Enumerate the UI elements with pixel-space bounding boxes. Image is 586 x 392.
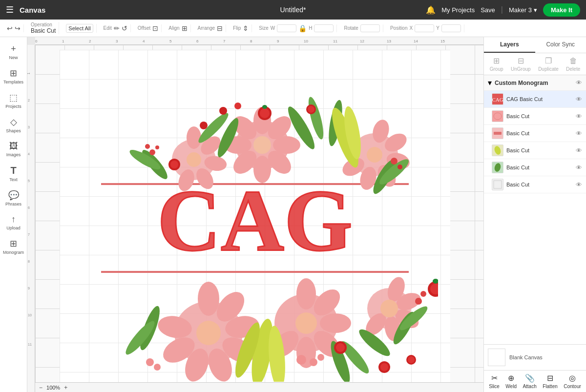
canvas-area[interactable]: 0 1 2 3 4 5 6 7 8 9 10 11 12 13 14 15 1 <box>27 37 483 392</box>
svg-point-52 <box>155 145 159 149</box>
svg-point-79 <box>380 300 398 317</box>
group-label: Group <box>490 66 503 72</box>
edit-icon[interactable]: ✏ <box>114 24 120 32</box>
arrange-label: Arrange <box>198 25 215 31</box>
select-all-button[interactable]: Select All <box>66 24 93 33</box>
layer-item-1[interactable]: CAG CAG Basic Cut 👁 <box>484 91 586 108</box>
divider: | <box>501 5 503 14</box>
undo-button[interactable]: ↩ <box>7 24 13 32</box>
svg-point-56 <box>198 282 219 316</box>
flatten-action[interactable]: ⊟ Flatten <box>543 373 558 389</box>
sidebar-new-label: New <box>9 55 18 60</box>
sidebar-item-monogram[interactable]: ⊞ Monogram <box>2 235 25 258</box>
layer-eye-5[interactable]: 👁 <box>576 164 582 171</box>
ungroup-icon: ⊟ <box>518 56 524 65</box>
rotate-label: Rotate <box>344 25 358 31</box>
x-input[interactable] <box>415 24 434 32</box>
position-label: Position <box>390 25 408 31</box>
sidebar-item-new[interactable]: + New <box>2 41 25 63</box>
layer-eye-1[interactable]: 👁 <box>576 96 582 103</box>
svg-point-102 <box>146 358 154 366</box>
layer-group-header[interactable]: ▾ Custom Monogram 👁 <box>484 75 586 91</box>
sidebar-item-images[interactable]: 🖼 Images <box>2 138 25 160</box>
group-collapse-icon: ▾ <box>488 78 492 87</box>
redo-button[interactable]: ↪ <box>15 24 21 32</box>
weld-action[interactable]: ⊕ Weld <box>505 373 517 389</box>
edit-icon2[interactable]: ↺ <box>122 24 127 32</box>
phrases-icon: 💬 <box>8 190 19 201</box>
group-action[interactable]: ⊞ Group <box>490 56 503 72</box>
operation-value[interactable]: Basic Cut <box>31 27 56 34</box>
flip-icon[interactable]: ⇕ <box>243 24 249 32</box>
svg-point-100 <box>310 358 317 366</box>
maker-selector[interactable]: Maker 3 ▾ <box>509 6 537 14</box>
layer-item-6[interactable]: Basic Cut 👁 <box>484 176 586 193</box>
slice-action[interactable]: ✂ Slice <box>489 373 500 389</box>
layer-eye-3[interactable]: 👁 <box>576 130 582 137</box>
my-projects-link[interactable]: My Projects <box>441 6 475 14</box>
offset-icon[interactable]: ⊡ <box>152 24 158 32</box>
monogram-icon: ⊞ <box>10 238 17 249</box>
svg-point-49 <box>200 122 208 129</box>
svg-point-81 <box>122 318 158 358</box>
sidebar-item-phrases[interactable]: 💬 Phrases <box>2 187 25 209</box>
attach-action[interactable]: 📎 Attach <box>523 373 536 389</box>
group-eye-icon[interactable]: 👁 <box>576 79 582 86</box>
sidebar-item-templates[interactable]: ⊞ Templates <box>2 65 25 87</box>
layer-item-3[interactable]: Basic Cut 👁 <box>484 125 586 142</box>
height-input[interactable] <box>314 24 334 32</box>
sidebar-item-shapes[interactable]: ◇ Shapes <box>2 114 25 136</box>
zoom-in-button[interactable]: + <box>64 384 67 391</box>
align-icon[interactable]: ⊞ <box>182 24 188 32</box>
layer-name-3: Basic Cut <box>506 130 573 136</box>
lock-icon[interactable]: 🔒 <box>298 24 307 32</box>
svg-point-47 <box>219 107 227 115</box>
canvas-container[interactable]: CAG CAG <box>35 45 483 382</box>
width-input[interactable] <box>277 24 296 32</box>
y-input[interactable] <box>441 24 461 32</box>
sidebar-item-upload[interactable]: ↑ Upload <box>2 211 25 233</box>
layer-item-5[interactable]: Basic Cut 👁 <box>484 159 586 176</box>
svg-point-66 <box>296 278 316 309</box>
ungroup-action[interactable]: ⊟ UnGroup <box>511 56 531 72</box>
layer-thumb-2 <box>492 110 503 122</box>
canvas-label: Blank Canvas <box>509 354 543 360</box>
svg-point-44 <box>170 161 178 168</box>
svg-point-51 <box>145 144 150 149</box>
make-it-button[interactable]: Make It <box>543 3 580 17</box>
layer-eye-6[interactable]: 👁 <box>576 181 582 188</box>
svg-point-53 <box>391 158 398 165</box>
svg-point-42 <box>262 105 267 109</box>
panel-actions: ⊞ Group ⊟ UnGroup ❐ Duplicate 🗑 Delete <box>484 53 586 75</box>
layer-item-4[interactable]: Basic Cut 👁 <box>484 142 586 159</box>
monogram-design: CAG CAG <box>60 60 450 382</box>
panel-tabs: Layers Color Sync <box>484 37 586 53</box>
sidebar-item-projects[interactable]: ⬚ Projects <box>2 89 25 112</box>
svg-point-103 <box>154 364 161 371</box>
duplicate-action[interactable]: ❐ Duplicate <box>538 56 559 72</box>
sidebar-item-text[interactable]: T Text <box>2 162 25 185</box>
layer-item-2[interactable]: Basic Cut 👁 <box>484 108 586 125</box>
save-button[interactable]: Save <box>481 6 495 14</box>
svg-point-99 <box>296 355 306 365</box>
contour-action[interactable]: ◎ Contour <box>564 373 581 389</box>
layer-eye-4[interactable]: 👁 <box>576 147 582 154</box>
arrange-icon[interactable]: ⊟ <box>217 24 223 32</box>
svg-point-105 <box>420 291 426 297</box>
tab-layers[interactable]: Layers <box>484 37 535 53</box>
align-label: Align <box>168 25 179 31</box>
templates-icon: ⊞ <box>10 68 17 79</box>
svg-point-64 <box>196 321 221 345</box>
hamburger-menu[interactable]: ☰ <box>6 4 14 15</box>
rotate-input[interactable] <box>360 24 380 32</box>
delete-action[interactable]: 🗑 Delete <box>566 57 580 72</box>
zoom-out-button[interactable]: − <box>39 384 42 391</box>
svg-rect-111 <box>494 181 502 188</box>
tab-color-sync[interactable]: Color Sync <box>535 37 586 53</box>
edit-group: Edit ✏ ↺ <box>101 24 131 32</box>
offset-group: Offset ⊡ <box>135 24 162 32</box>
toolbar: ↩ ↪ Operation Basic Cut Select All Edit … <box>0 20 586 37</box>
layer-eye-2[interactable]: 👁 <box>576 113 582 120</box>
notification-bell[interactable]: 🔔 <box>426 5 436 15</box>
flip-label: Flip <box>233 25 241 31</box>
